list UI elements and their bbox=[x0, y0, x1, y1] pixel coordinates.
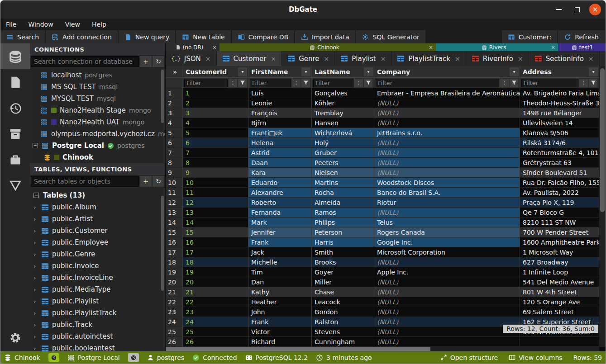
chevron-right-icon[interactable]: › bbox=[33, 310, 38, 317]
cell-company[interactable]: (NULL) bbox=[374, 337, 520, 347]
cell-first[interactable]: Eduardo bbox=[248, 178, 312, 188]
cell-address[interactable]: 1600 Amphitheatre Parkwa bbox=[520, 237, 599, 247]
cell-address[interactable]: Rilská 3174/6 bbox=[520, 138, 599, 148]
rail-settings-button[interactable] bbox=[0, 324, 30, 351]
row-number[interactable]: 5 bbox=[166, 128, 183, 138]
cell-address[interactable]: 541 Del Medio Avenue bbox=[520, 277, 599, 287]
cell-company[interactable]: (NULL) bbox=[374, 257, 520, 267]
cell-company[interactable]: (NULL) bbox=[374, 287, 520, 297]
cell-first[interactable]: Jennifer bbox=[248, 227, 312, 237]
tables-scrollbar[interactable] bbox=[161, 196, 164, 291]
row-number[interactable]: 19 bbox=[166, 267, 183, 277]
cell-id[interactable]: 23 bbox=[183, 307, 248, 317]
menu-file[interactable]: File bbox=[6, 21, 16, 28]
cell-id[interactable]: 18 bbox=[183, 257, 248, 267]
cell-address[interactable] bbox=[520, 337, 599, 347]
table-item[interactable]: ›public.InvoiceLine bbox=[30, 272, 165, 284]
cell-id[interactable]: 7 bbox=[183, 148, 248, 158]
cell-company[interactable]: Apple Inc. bbox=[374, 267, 520, 277]
cell-first[interactable]: Richard bbox=[248, 337, 312, 347]
toolbar-customer--button[interactable]: Customer: bbox=[502, 30, 557, 43]
chevron-down-icon[interactable]: ▾ bbox=[364, 67, 373, 76]
table-item[interactable]: ›public.Artist bbox=[30, 213, 165, 225]
filter-input-company[interactable] bbox=[376, 79, 499, 87]
add-table-button[interactable]: + bbox=[140, 176, 152, 187]
row-number[interactable]: 24 bbox=[166, 317, 183, 327]
cell-address[interactable]: Rotenturmstraße 4, 1010 I bbox=[520, 148, 599, 158]
connection-item[interactable]: MS SQL TESTmssql bbox=[30, 81, 165, 93]
rail-plugins-button[interactable] bbox=[0, 147, 30, 172]
cell-address[interactable]: Av. Brigadeiro Faria Lima, 2 bbox=[520, 88, 599, 98]
tab-sectioninfo[interactable]: SectionInfo × bbox=[529, 51, 600, 66]
table-item[interactable]: ›public.Customer bbox=[30, 225, 165, 236]
tab-group-Chinook[interactable]: Chinook × bbox=[219, 43, 436, 51]
row-number[interactable]: 15 bbox=[166, 227, 183, 237]
cell-address[interactable]: Theodor-Heuss-Straße 34 bbox=[520, 98, 599, 108]
menu-help[interactable]: Help bbox=[92, 21, 106, 28]
menu-window[interactable]: Window bbox=[28, 21, 53, 28]
grid-horizontal-scrollbar[interactable] bbox=[166, 347, 599, 351]
grid-hscroll-thumb[interactable] bbox=[166, 347, 430, 351]
cell-company[interactable]: (NULL) bbox=[374, 317, 520, 327]
cell-last[interactable]: Gruber bbox=[312, 148, 374, 158]
close-button[interactable]: × bbox=[589, 4, 601, 15]
connection-item[interactable]: Nano2Health Stagemongo bbox=[30, 104, 165, 116]
chevron-right-icon[interactable]: › bbox=[33, 333, 38, 340]
chevron-right-icon[interactable]: › bbox=[33, 227, 38, 234]
cell-company[interactable]: (NULL) bbox=[374, 277, 520, 287]
table-item[interactable]: ›public.booleantest bbox=[30, 342, 165, 351]
filter-input-firstname[interactable] bbox=[250, 79, 291, 87]
cell-id[interactable]: 11 bbox=[183, 188, 248, 198]
close-icon[interactable]: × bbox=[324, 55, 329, 62]
cell-id[interactable]: 24 bbox=[183, 317, 248, 327]
column-header-customerid[interactable]: CustomerId▾ bbox=[183, 66, 248, 78]
cell-first[interactable]: Fernanda bbox=[248, 208, 312, 217]
table-item[interactable]: ›public.Album bbox=[30, 201, 165, 213]
cell-first[interactable]: Kara bbox=[248, 168, 312, 178]
cell-id[interactable]: 6 bbox=[183, 138, 248, 148]
cell-address[interactable]: Klanova 9/506 bbox=[520, 128, 599, 138]
cell-id[interactable]: 9 bbox=[183, 168, 248, 178]
cell-company[interactable]: Microsoft Corporation bbox=[374, 247, 520, 257]
cell-address[interactable]: 801 W 4th Street bbox=[520, 287, 599, 297]
theme-badge-green[interactable] bbox=[48, 353, 59, 362]
theme-badge-gray[interactable] bbox=[128, 353, 139, 362]
chevron-right-icon[interactable]: › bbox=[33, 345, 38, 352]
cell-company[interactable]: (NULL) bbox=[374, 118, 520, 128]
table-item[interactable]: ›public.Playlist bbox=[30, 295, 165, 307]
rail-history-button[interactable] bbox=[0, 95, 30, 121]
tab-genre[interactable]: Genre × bbox=[282, 51, 335, 66]
cell-id[interactable]: 1 bbox=[183, 88, 248, 98]
cell-first[interactable]: Dan bbox=[248, 277, 312, 287]
refresh-tables-button[interactable]: ↻ bbox=[153, 176, 164, 187]
connection-item[interactable]: Chinook bbox=[30, 151, 165, 163]
cell-first[interactable]: John bbox=[248, 307, 312, 317]
cell-address[interactable]: 1 Infinite Loop bbox=[520, 267, 599, 277]
chevron-right-icon[interactable]: › bbox=[33, 274, 38, 281]
cell-last[interactable]: Goyer bbox=[312, 267, 374, 277]
cell-last[interactable]: Leacock bbox=[312, 297, 374, 307]
column-header-address[interactable]: Address▾ bbox=[520, 66, 599, 78]
row-number[interactable]: 1 bbox=[166, 88, 183, 98]
tab-group-Rivers[interactable]: Rivers × bbox=[436, 43, 558, 51]
row-number[interactable]: 10 bbox=[166, 178, 183, 188]
connection-item[interactable]: Nano2Health UATmongo bbox=[30, 116, 165, 128]
toolbar-search-button[interactable]: Search bbox=[0, 30, 45, 43]
cell-first[interactable]: Bjřrn bbox=[248, 118, 312, 128]
row-number[interactable]: 4 bbox=[166, 118, 183, 128]
close-icon[interactable]: × bbox=[518, 55, 523, 62]
tab-group--no-DB-[interactable]: (no DB) × bbox=[166, 43, 219, 51]
cell-address[interactable]: 1 Microsoft Way bbox=[520, 247, 599, 257]
cell-last[interactable]: Gordon bbox=[312, 307, 374, 317]
cell-id[interactable]: 15 bbox=[183, 227, 248, 237]
cell-first[interactable]: Frank bbox=[248, 237, 312, 247]
cell-first[interactable]: Luís bbox=[248, 88, 312, 98]
status-view-columns[interactable]: View columns bbox=[509, 354, 563, 361]
cell-address[interactable]: 69 Salem Street bbox=[520, 307, 599, 317]
row-number[interactable]: 20 bbox=[166, 277, 183, 287]
collapse-icon[interactable]: − bbox=[33, 143, 38, 148]
row-number[interactable]: 14 bbox=[166, 217, 183, 227]
cell-address[interactable]: Sĭnder Boulevard 51 bbox=[520, 168, 599, 178]
cell-id[interactable]: 25 bbox=[183, 327, 248, 337]
kebab-menu-icon[interactable]: ⋮ bbox=[292, 79, 301, 87]
